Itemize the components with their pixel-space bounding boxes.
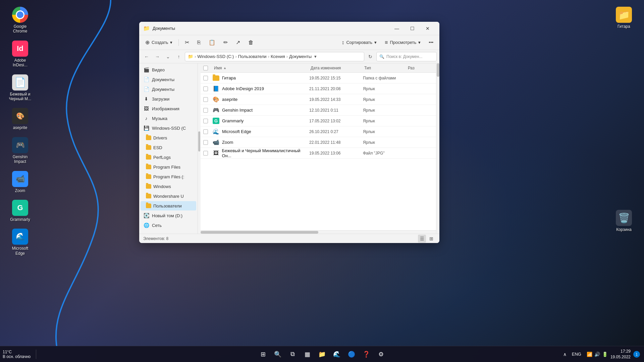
rename-button[interactable]: ✏ (220, 37, 231, 48)
sidebar-tree-esd[interactable]: ESD (141, 143, 196, 152)
start-button[interactable]: ⊞ (256, 348, 270, 361)
sidebar-item-music[interactable]: ♪ Музыка (141, 114, 196, 123)
widgets-button[interactable]: ▦ (301, 348, 314, 361)
path-user[interactable]: Ксения (271, 54, 285, 59)
table-row[interactable]: 🎮 Genshin Impact 12.10.2021 0:11 Ярлык (201, 105, 436, 116)
sort-date-button[interactable]: Дата изменения (309, 66, 363, 70)
sidebar-item-network[interactable]: 🌐 Сеть (141, 221, 196, 230)
sidebar-tree-program-files-x86[interactable]: Program Files (: (141, 172, 196, 181)
header-check[interactable] (203, 66, 213, 70)
weather-widget[interactable]: 11°C В осн. облачно (3, 350, 36, 359)
wifi-icon[interactable]: 📶 (587, 352, 592, 357)
desktop-icon-edge[interactable]: 🌊 Microsoft Edge (7, 229, 34, 256)
path-current[interactable]: Документы (289, 54, 312, 59)
help-taskbar-button[interactable]: ❓ (360, 348, 373, 361)
path-drive[interactable]: Windows-SSD (C:) (197, 54, 234, 59)
file-explorer-taskbar-button[interactable]: 📁 (315, 348, 329, 361)
table-row[interactable]: Гитара 19.05.2022 15:15 Папка с файлами (201, 73, 436, 83)
desktop-icon-aseprite[interactable]: 🎨 aseprite (7, 108, 34, 130)
desktop-icon-indesign[interactable]: Id Adobe InDesi... (7, 41, 34, 68)
chrome-taskbar-button[interactable]: 🔵 (345, 348, 358, 361)
more-button[interactable]: ••• (425, 37, 437, 48)
row-check-2[interactable] (203, 97, 213, 102)
row-check-1[interactable] (203, 86, 213, 91)
sidebar-tree-users[interactable]: Пользователи (141, 201, 196, 210)
share-button[interactable]: ↗ (232, 37, 244, 48)
row-check-4[interactable] (203, 119, 213, 123)
sidebar-tree-wondershare[interactable]: Wondershare U (141, 191, 196, 201)
desktop-icon-chrome[interactable]: Google Chrome (7, 7, 34, 34)
minimize-button[interactable]: — (389, 23, 405, 34)
sidebar-item-images[interactable]: 🖼 Изображения (141, 104, 196, 113)
row-check-3[interactable] (203, 108, 213, 113)
desktop-icon-genshin[interactable]: 🎮 Genshin Impact (7, 137, 34, 164)
sidebar-tree-drivers[interactable]: Drivers (141, 133, 196, 142)
guitar-icon-label: Гитара (618, 24, 630, 29)
delete-button[interactable]: 🗑 (245, 37, 257, 48)
row-check-6[interactable] (203, 140, 213, 145)
edge-taskbar-button[interactable]: 🌊 (330, 348, 343, 361)
view-button[interactable]: ≡ Просмотреть ▾ (381, 37, 424, 48)
grid-view-button[interactable]: ⊞ (427, 235, 435, 243)
sidebar-item-video[interactable]: 🎬 Видео (141, 65, 196, 74)
sort-size-button[interactable]: Раз (407, 66, 433, 70)
sidebar-item-docs1[interactable]: 📄 Документы (141, 75, 196, 84)
sort-button[interactable]: ↕ Сортировать ▾ (338, 37, 380, 48)
forward-button[interactable]: → (153, 52, 162, 61)
sidebar-item-drive-c[interactable]: 💾 Windows-SSD (C (141, 123, 196, 133)
clock[interactable]: 17:29 19.05.2022 (610, 349, 631, 360)
select-all-checkbox[interactable] (203, 66, 208, 70)
expand-button[interactable]: ⌄ (163, 52, 173, 61)
sidebar-item-docs2[interactable]: 📄 Документы (141, 84, 196, 94)
desktop-icon-beige[interactable]: 📄 Бежевый и Черный М... (7, 74, 34, 102)
sidebar-item-downloads[interactable]: ⬇ Загрузки (141, 94, 196, 104)
row-check-5[interactable] (203, 129, 213, 134)
search-box[interactable]: 🔍 Поиск в: Докумен... (376, 52, 437, 61)
search-button[interactable]: 🔍 (271, 348, 284, 361)
table-row[interactable]: 🌊 Microsoft Edge 26.10.2021 0:27 Ярлык (201, 126, 436, 137)
sidebar-item-drive-d[interactable]: 💽 Новый том (D:) (141, 211, 196, 220)
desktop-icon-guitar[interactable]: 📁 Гитара (610, 7, 637, 29)
sidebar-tree-perflogs[interactable]: PerfLogs (141, 153, 196, 162)
table-row[interactable]: G Grammarly 17.05.2022 13:02 Ярлык (201, 116, 436, 126)
row-check-0[interactable] (203, 76, 213, 80)
path-dropdown[interactable]: ▾ (313, 54, 318, 59)
path-users[interactable]: Пользователи (238, 54, 267, 59)
cut-button[interactable]: ✂ (181, 37, 193, 48)
up-button[interactable]: ↑ (174, 52, 183, 61)
paste-button[interactable]: 📋 (205, 37, 219, 48)
horizontal-scrollbar[interactable] (201, 230, 436, 234)
vertical-scrollbar[interactable] (436, 63, 439, 234)
sidebar-tree-windows[interactable]: Windows (141, 182, 196, 191)
maximize-button[interactable]: ☐ (405, 23, 420, 34)
row-check-7[interactable] (203, 151, 213, 156)
settings-taskbar-button[interactable]: ⚙ (374, 348, 388, 361)
desktop-icons-right: 📁 Гитара 🗑️ Корзина (610, 0, 637, 239)
table-row[interactable]: 🖼 Бежевый и Черный Минималистичный Он...… (201, 148, 436, 159)
back-button[interactable]: ← (142, 52, 151, 61)
address-path[interactable]: 📁 › Windows-SSD (C:) › Пользователи › Кс… (185, 52, 364, 61)
desktop-icon-recycle[interactable]: 🗑️ Корзина (610, 210, 637, 232)
table-row[interactable]: 🎨 aseprite 19.05.2022 14:33 Ярлык (201, 94, 436, 105)
name-column-label: Имя (214, 66, 222, 70)
refresh-button[interactable]: ↻ (366, 52, 375, 61)
create-button[interactable]: ⊕ Создать ▾ (142, 37, 176, 48)
battery-icon[interactable]: 🔋 (602, 352, 608, 357)
volume-icon[interactable]: 🔊 (594, 352, 600, 357)
list-view-button[interactable]: ☰ (418, 235, 426, 243)
table-row[interactable]: 📹 Zoom 22.01.2022 11:48 Ярлык (201, 137, 436, 148)
sort-name-button[interactable]: Имя ▲ (213, 66, 309, 70)
sort-type-button[interactable]: Тип (363, 66, 407, 70)
close-button[interactable]: ✕ (420, 23, 435, 34)
copy-button[interactable]: ⎘ (194, 37, 204, 48)
row-name-5: 🌊 Microsoft Edge (213, 128, 309, 135)
notification-badge[interactable]: 1 (633, 351, 640, 358)
system-tray-expand[interactable]: ∧ (563, 352, 567, 357)
task-view-button[interactable]: ⧉ (286, 348, 299, 361)
desktop-icon-grammarly[interactable]: G Grammarly (7, 200, 34, 222)
language-indicator[interactable]: ENG (569, 352, 584, 357)
table-row[interactable]: 📘 Adobe InDesign 2019 21.11.2021 20:08 Я… (201, 83, 436, 94)
desktop-icon-zoom[interactable]: 📹 Zoom (7, 171, 34, 193)
sidebar-tree-program-files[interactable]: Program Files (141, 162, 196, 172)
sidebar-scrollbar[interactable] (198, 63, 201, 234)
